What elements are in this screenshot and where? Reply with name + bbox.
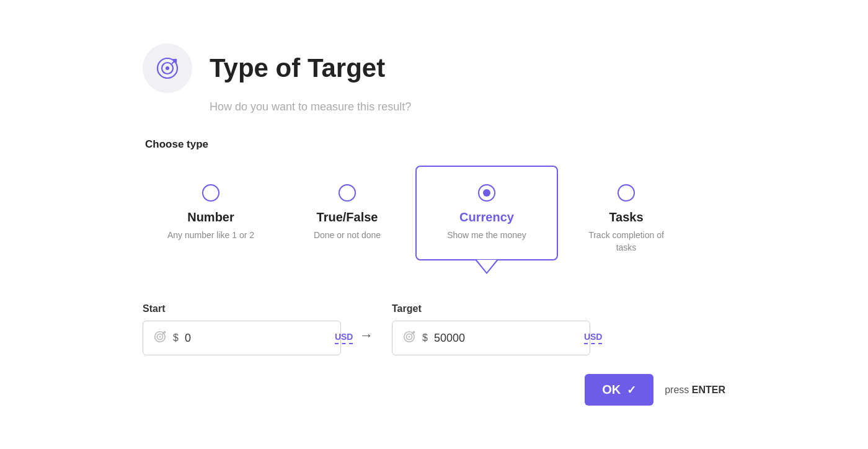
radio-number: [202, 184, 219, 202]
card-number-title: Number: [187, 210, 234, 225]
currency-arrow-inner: [477, 260, 497, 272]
radio-currency: [478, 184, 495, 202]
card-currency-desc: Show me the money: [447, 229, 526, 242]
card-tasks-title: Tasks: [609, 210, 643, 225]
card-tasks[interactable]: Tasks Track completion of tasks: [558, 166, 694, 272]
header-icon-circle: [143, 43, 192, 93]
card-true-false-desc: Done or not done: [314, 229, 381, 242]
choose-type-label: Choose type: [145, 138, 725, 151]
card-tasks-desc: Track completion of tasks: [578, 229, 675, 254]
type-cards-container: Number Any number like 1 or 2 True/False…: [143, 166, 725, 272]
card-true-false[interactable]: True/False Done or not done: [279, 166, 415, 260]
page-subtitle: How do you want to measure this result?: [210, 100, 725, 113]
target-label: Target: [392, 303, 590, 314]
start-icon: [153, 330, 167, 347]
svg-point-6: [159, 336, 161, 337]
card-currency-wrapper: Currency Show me the money: [415, 166, 558, 260]
target-icon: [402, 330, 416, 347]
radio-true-false: [339, 184, 356, 202]
target-dollar: $: [422, 332, 428, 344]
ok-check-icon: ✓: [627, 383, 636, 397]
svg-point-2: [166, 66, 169, 70]
start-currency-tag[interactable]: USD: [335, 332, 353, 344]
target-input-wrapper: $ USD: [392, 321, 590, 355]
target-field-group: Target $ USD: [392, 303, 590, 355]
ok-label: OK: [602, 383, 621, 397]
target-currency-tag[interactable]: USD: [584, 332, 603, 344]
start-dollar: $: [173, 332, 179, 344]
card-true-false-title: True/False: [317, 210, 378, 225]
start-label: Start: [143, 303, 341, 314]
field-arrow: →: [360, 327, 373, 344]
card-currency[interactable]: Currency Show me the money: [415, 166, 558, 260]
header: Type of Target: [143, 43, 725, 93]
start-input-wrapper: $ USD: [143, 321, 341, 355]
start-value-input[interactable]: [185, 332, 329, 345]
card-number-desc: Any number like 1 or 2: [167, 229, 254, 242]
target-value-input[interactable]: [434, 332, 578, 345]
page-title: Type of Target: [210, 53, 385, 83]
start-field-group: Start $ USD: [143, 303, 341, 355]
ok-button[interactable]: OK ✓: [585, 374, 653, 406]
ok-row: OK ✓ press ENTER: [143, 374, 725, 406]
card-number[interactable]: Number Any number like 1 or 2: [143, 166, 279, 260]
enter-key-label: ENTER: [692, 385, 725, 395]
main-container: Type of Target How do you want to measur…: [93, 6, 775, 443]
target-icon: [154, 55, 181, 82]
press-enter-text: press ENTER: [665, 385, 725, 396]
svg-point-10: [409, 336, 410, 337]
radio-tasks: [618, 184, 635, 202]
fields-row: Start $ USD → Target: [143, 303, 725, 355]
card-currency-title: Currency: [459, 210, 514, 225]
